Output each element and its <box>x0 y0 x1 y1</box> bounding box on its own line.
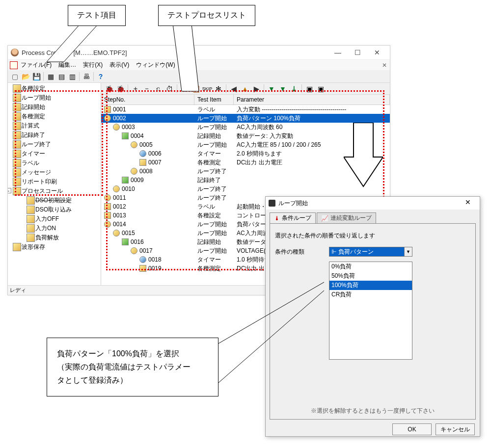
menu-file[interactable]: ファイル(F) <box>21 61 52 69</box>
step-icon <box>104 115 111 122</box>
tool-icon[interactable]: ✻ <box>214 84 223 94</box>
tool-icon[interactable]: 🐞 <box>115 84 125 94</box>
tree-item[interactable]: 波形保存 <box>8 242 101 252</box>
titlebar: Process Creator - [M……EMO.TPF2] — ☐ ✕ <box>8 46 390 59</box>
tree-item[interactable]: 各種設定 <box>8 84 101 93</box>
tree-item[interactable]: タイマー <box>8 149 101 158</box>
listbox-option[interactable]: CR負荷 <box>329 290 412 299</box>
tool-icon[interactable]: 🐞 <box>104 84 114 94</box>
tool-icon[interactable]: ▤ <box>56 72 66 81</box>
menu-window[interactable]: ウィンドウ(W) <box>136 61 175 69</box>
add-icon[interactable]: ＋ <box>131 84 140 94</box>
tool-icon[interactable]: ▣ <box>304 84 314 94</box>
copy-icon[interactable]: ⎘ <box>180 84 190 94</box>
dropdown-kind[interactable]: ⊩ 負荷パターン ▼ <box>329 247 412 257</box>
dialog-note: ※選択を解除するときはもう一度押して下さい <box>270 407 475 415</box>
step-no: 0004 <box>131 132 144 140</box>
options-listbox[interactable]: 0%負荷50%負荷100%負荷CR負荷 <box>329 262 412 360</box>
col-param[interactable]: Parameter <box>234 95 390 105</box>
step-row[interactable]: 0002ループ開始負荷パターン 100%負荷 <box>101 114 390 123</box>
tree-label: 入力OFF <box>35 215 59 223</box>
dialog-close-button[interactable]: ✕ <box>459 198 477 208</box>
step-icon <box>113 124 120 131</box>
tool-icon[interactable]: ▥ <box>67 72 77 81</box>
listbox-option[interactable]: 50%負荷 <box>329 271 412 281</box>
tree-item[interactable]: DSO初期設定 <box>8 196 101 205</box>
tab-condition-loop[interactable]: 🌡 条件ループ <box>270 212 316 223</box>
col-item[interactable]: Test Item <box>194 95 234 105</box>
tree-label: 入力ON <box>35 224 56 233</box>
tree-label: 負荷解放 <box>35 234 59 242</box>
menu-help[interactable]: (H) <box>182 62 191 69</box>
right-icon[interactable]: ▶ <box>251 84 261 94</box>
up-icon[interactable]: ▲ <box>240 84 250 94</box>
tree-item[interactable]: -プロセスコール <box>8 186 101 196</box>
callout-text: テストプロセスリスト <box>167 11 246 19</box>
help-icon[interactable]: ? <box>96 72 106 81</box>
tree-panel[interactable]: 各種設定ループ開始記録開始各種測定計算式記録終了ループ終了タイマーラベルメッセー… <box>8 83 101 285</box>
save-icon[interactable]: 💾 <box>31 72 41 81</box>
tree-item[interactable]: 入力OFF <box>8 214 101 224</box>
tree-item[interactable]: DSO取り込み <box>8 205 101 214</box>
col-stepno[interactable]: StepNo. <box>101 95 194 105</box>
step-no: 0001 <box>113 105 126 114</box>
tab-label: 連続変動ループ <box>330 214 372 222</box>
tree-item[interactable]: 記録終了 <box>8 131 101 140</box>
tool-icon[interactable]: ⎌ <box>153 84 163 94</box>
tool-icon[interactable]: ▣ <box>316 84 326 94</box>
step-no: 0005 <box>139 140 153 149</box>
listbox-option[interactable]: 0%負荷 <box>329 262 412 271</box>
tree-item[interactable]: 計算式 <box>8 121 101 131</box>
close-button[interactable]: ✕ <box>367 47 387 58</box>
menu-run[interactable]: 実行(X) <box>83 61 103 69</box>
open-icon[interactable]: 📂 <box>21 72 30 81</box>
tree-item[interactable]: ラベル <box>8 158 101 168</box>
app-icon <box>11 49 19 56</box>
chevron-down-icon[interactable]: ▼ <box>404 247 412 256</box>
ok-button[interactable]: OK <box>392 423 432 435</box>
down-icon[interactable]: ▼ <box>278 84 288 94</box>
minimize-button[interactable]: — <box>328 47 348 58</box>
step-icon <box>131 168 137 175</box>
tree-item[interactable]: 入力ON <box>8 224 101 233</box>
maximize-button[interactable]: ☐ <box>348 47 367 58</box>
step-no: 0003 <box>122 123 135 132</box>
step-icon <box>139 159 146 166</box>
print-icon[interactable]: 🖶 <box>82 72 91 81</box>
down-icon[interactable]: ▼ <box>267 84 276 94</box>
tree-label: 波形保存 <box>22 243 45 251</box>
callout-text: テスト項目 <box>77 11 116 19</box>
tab-continuous-loop[interactable]: 📈 連続変動ループ <box>317 212 376 223</box>
tree-item[interactable]: メッセージ <box>8 168 101 177</box>
tree-label: メッセージ <box>22 168 51 177</box>
tree-item[interactable]: ループ開始 <box>8 93 101 103</box>
tree-item[interactable]: 負荷解放 <box>8 233 101 242</box>
note-line: （実際の負荷電流値はテストパラメー <box>57 360 208 373</box>
timer-icon[interactable]: ⏱ <box>164 84 174 94</box>
skip-icon[interactable]: SKIP <box>202 84 212 94</box>
remove-icon[interactable]: － <box>142 84 152 94</box>
arrow-down-icon <box>344 123 383 191</box>
expand-toggle[interactable]: - <box>8 188 11 193</box>
down-icon[interactable]: ⤓ <box>289 84 299 94</box>
step-icon <box>122 177 129 184</box>
tree-label: 記録終了 <box>22 131 45 139</box>
new-icon[interactable]: ▢ <box>10 72 20 81</box>
step-param: 入力変動 -----------------------------------… <box>234 105 390 114</box>
paste-icon[interactable]: 📋 <box>191 84 201 94</box>
tree-item[interactable]: リポート印刷 <box>8 177 101 186</box>
left-icon[interactable]: ◀ <box>229 84 239 94</box>
menu-view[interactable]: 表示(V) <box>109 61 129 69</box>
step-item: ループ開始 <box>194 114 234 123</box>
cancel-button[interactable]: キャンセル <box>436 423 475 435</box>
tree-item[interactable]: 各種測定 <box>8 112 101 121</box>
listbox-option[interactable]: 100%負荷 <box>329 281 412 290</box>
step-row[interactable]: 0001ラベル入力変動 ----------------------------… <box>101 105 390 114</box>
separator <box>226 84 226 93</box>
mdi-close-icon[interactable]: ✕ <box>379 62 390 69</box>
tool-icon[interactable]: ▦ <box>46 72 55 81</box>
step-no: 0008 <box>139 167 153 176</box>
menu-edit[interactable]: 編集… <box>58 61 76 69</box>
tree-item[interactable]: 記録開始 <box>8 103 101 112</box>
tree-item[interactable]: ループ終了 <box>8 140 101 149</box>
